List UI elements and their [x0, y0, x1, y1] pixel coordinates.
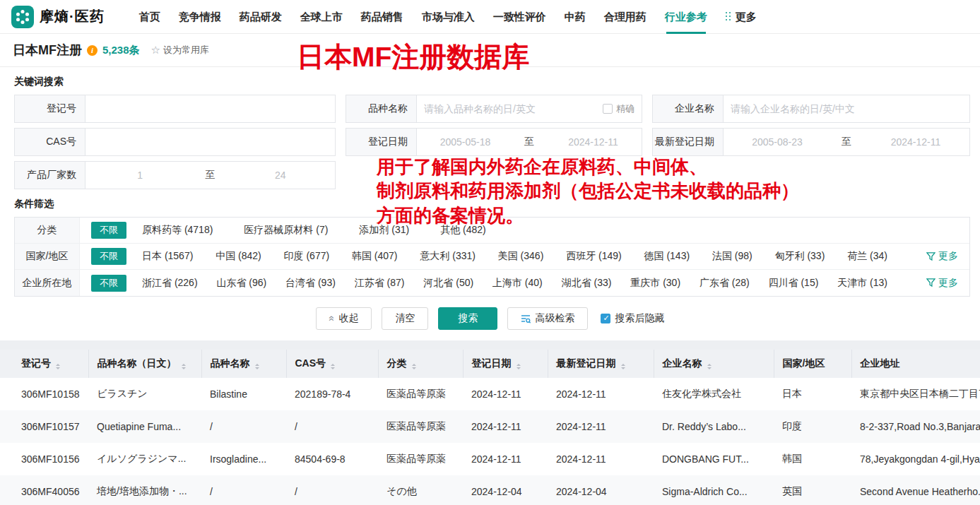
table-row[interactable]: 306MF40056 培地/培地添加物・... / / その他 2024-12-…: [0, 475, 980, 505]
advanced-search-label: 高级检索: [535, 312, 574, 325]
column-header-country[interactable]: 国家/地区: [774, 350, 851, 378]
nav-item-global-launch[interactable]: 全球上市: [300, 0, 343, 34]
filter-option[interactable]: 医疗器械原材料 (7): [244, 224, 328, 237]
filter-option[interactable]: 意大利 (331): [420, 250, 476, 263]
nav-item-drug-rd[interactable]: 药品研发: [240, 0, 282, 34]
logo[interactable]: 摩熵·医药: [11, 6, 105, 28]
variety-name-label: 品种名称: [346, 95, 417, 122]
sort-icon[interactable]: [331, 364, 335, 369]
sort-icon[interactable]: [255, 364, 259, 369]
sort-icon[interactable]: [412, 364, 416, 369]
category-unlimited-button[interactable]: 不限: [91, 222, 126, 239]
cas-input[interactable]: [85, 136, 335, 148]
column-header-reg-no[interactable]: 登记号: [0, 350, 88, 378]
location-label: 企业所在地: [15, 270, 80, 296]
table-row[interactable]: 306MF10158 ビラスチン Bilastine 202189-78-4 医…: [0, 378, 980, 410]
filter-option[interactable]: 台湾省 (93): [285, 277, 336, 290]
column-header-reg-date[interactable]: 登记日期: [463, 350, 548, 378]
cell-company: 住友化学株式会社: [654, 378, 774, 410]
sort-icon[interactable]: [707, 364, 712, 369]
column-header-name[interactable]: 品种名称: [201, 350, 286, 378]
latest-reg-date-to-input[interactable]: 2024-12-11: [862, 136, 969, 148]
country-unlimited-button[interactable]: 不限: [91, 248, 126, 265]
action-bar: 收起 清空 搜索 高级检索 搜索后隐藏: [0, 297, 980, 340]
filter-option[interactable]: 湖北省 (33): [562, 277, 612, 290]
clear-button[interactable]: 清空: [382, 307, 428, 330]
search-button[interactable]: 搜索: [438, 307, 497, 330]
field-company-name: 企业名称: [652, 95, 970, 123]
column-header-cas[interactable]: CAS号: [286, 350, 378, 378]
column-header-company[interactable]: 企业名称: [654, 350, 774, 378]
filter-option[interactable]: 法国 (98): [712, 250, 752, 263]
filter-option[interactable]: 韩国 (407): [352, 250, 398, 263]
nav-item-tcm[interactable]: 中药: [565, 0, 586, 34]
filter-option[interactable]: 山东省 (96): [216, 277, 266, 290]
filter-row-location: 企业所在地 不限 浙江省 (226) 山东省 (96) 台湾省 (93) 江苏省…: [15, 270, 969, 296]
filter-option[interactable]: 江苏省 (87): [355, 277, 405, 290]
filter-option[interactable]: 西班牙 (149): [566, 250, 622, 263]
cell-cas: 202189-78-4: [286, 378, 378, 410]
filter-option[interactable]: 匈牙利 (33): [775, 250, 825, 263]
location-more-button[interactable]: 更多: [926, 277, 958, 290]
set-favorite-button[interactable]: 设为常用库: [151, 44, 209, 57]
filter-option[interactable]: 中国 (842): [216, 250, 261, 263]
company-name-input[interactable]: [724, 103, 969, 114]
sort-icon[interactable]: [516, 364, 521, 369]
nav-item-rational-use[interactable]: 合理用药: [604, 0, 647, 34]
sort-icon[interactable]: [621, 364, 625, 369]
column-header-name-jp[interactable]: 品种名称（日文）: [88, 350, 201, 378]
column-header-category[interactable]: 分类: [378, 350, 463, 378]
nav-item-industry-reference[interactable]: 行业参考: [665, 0, 707, 34]
nav-item-consistency-eval[interactable]: 一致性评价: [493, 0, 546, 34]
reg-date-to-input[interactable]: 2024-12-11: [545, 136, 642, 148]
nav-item-more[interactable]: 更多: [726, 0, 757, 34]
latest-reg-date-from-input[interactable]: 2005-08-23: [724, 136, 831, 148]
filter-option[interactable]: 上海市 (40): [492, 277, 543, 290]
maker-count-to-input[interactable]: 24: [226, 170, 336, 181]
annotation-note: 用于了解国内外药企在原料药、中间体、 制剂原料和药用添加剂（包括公定书未收载的品…: [377, 155, 799, 227]
country-more-button[interactable]: 更多: [926, 250, 958, 263]
cell-reg-date: 2024-12-11: [463, 410, 548, 443]
nav-item-competitive-intel[interactable]: 竞争情报: [179, 0, 221, 34]
filter-option[interactable]: 浙江省 (226): [142, 277, 198, 290]
cell-country: 印度: [774, 410, 851, 443]
reg-date-from-input[interactable]: 2005-05-18: [417, 136, 514, 148]
table-row[interactable]: 306MF10156 イルソグラジンマ... Irsogladine... 84…: [0, 443, 980, 475]
filter-option[interactable]: 原料药等 (4718): [142, 224, 213, 237]
nav-item-drug-sales[interactable]: 药品销售: [361, 0, 403, 34]
cell-address: 8-2-337,Road No.3,Banjara...: [851, 410, 980, 443]
sort-icon[interactable]: [56, 364, 60, 369]
table-row[interactable]: 306MF10157 Quetiapine Fuma... / / 医薬品等原薬…: [0, 410, 980, 443]
filter-option[interactable]: 四川省 (15): [769, 277, 819, 290]
exact-match-toggle[interactable]: 精确: [603, 102, 634, 115]
sort-icon[interactable]: [182, 364, 186, 369]
filter-option[interactable]: 美国 (346): [498, 250, 544, 263]
filter-option[interactable]: 荷兰 (34): [847, 250, 887, 263]
filter-option[interactable]: 重庆市 (30): [630, 277, 680, 290]
filter-option[interactable]: 河北省 (50): [423, 277, 473, 290]
collapse-label: 收起: [338, 312, 358, 325]
location-unlimited-button[interactable]: 不限: [91, 275, 126, 292]
cell-latest-date: 2024-12-11: [548, 378, 654, 410]
filter-option[interactable]: 德国 (143): [644, 250, 690, 263]
filter-option[interactable]: 天津市 (13): [837, 277, 887, 290]
cell-name: /: [201, 410, 286, 443]
info-icon[interactable]: [87, 45, 98, 56]
collapse-button[interactable]: 收起: [316, 307, 372, 330]
column-header-latest-date[interactable]: 最新登记日期: [548, 350, 654, 378]
variety-name-input[interactable]: [417, 103, 603, 114]
nav-item-home[interactable]: 首页: [139, 0, 160, 34]
filter-option[interactable]: 日本 (1567): [142, 250, 193, 263]
field-variety-name: 品种名称 精确: [346, 95, 642, 123]
hide-after-search-toggle[interactable]: 搜索后隐藏: [601, 312, 664, 325]
reg-no-input[interactable]: [85, 103, 335, 114]
column-header-address[interactable]: 企业地址: [851, 350, 980, 378]
filter-option[interactable]: 广东省 (28): [699, 277, 750, 290]
maker-count-from-input[interactable]: 1: [85, 170, 195, 181]
nav-item-market-access[interactable]: 市场与准入: [422, 0, 475, 34]
annotation-note-line-3: 方面的备案情况。: [377, 203, 799, 227]
cell-reg-no: 306MF10157: [0, 410, 88, 443]
search-label: 搜索: [458, 312, 478, 325]
filter-option[interactable]: 印度 (677): [284, 250, 330, 263]
advanced-search-button[interactable]: 高级检索: [507, 307, 588, 330]
